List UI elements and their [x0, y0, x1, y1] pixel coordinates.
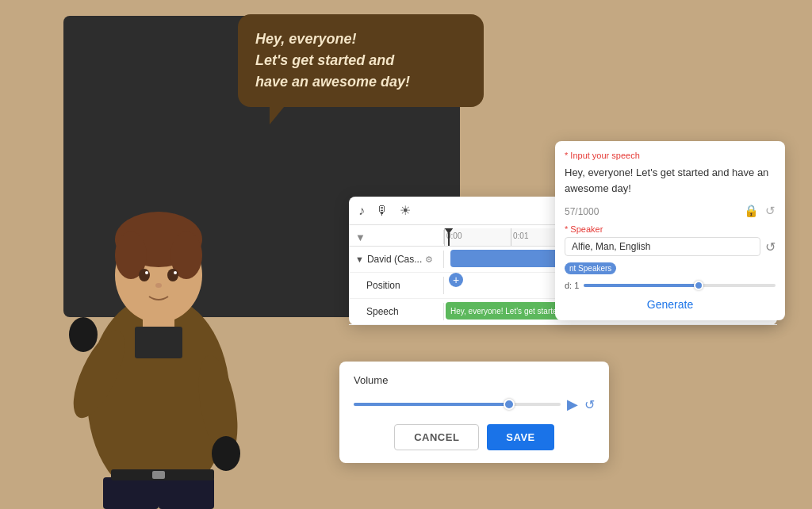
- filter-col: ▼: [349, 230, 444, 244]
- track-david-label: ▼ David (Cas... ⚙: [349, 251, 444, 268]
- svg-point-8: [145, 271, 148, 274]
- music-icon[interactable]: ♪: [358, 204, 365, 218]
- speaker-select: Alfie, Man, English ↺: [565, 237, 776, 256]
- recent-speakers-badge[interactable]: nt Speakers: [565, 262, 616, 274]
- track-position-name: Position: [355, 280, 400, 291]
- refresh-icon[interactable]: ↺: [765, 239, 776, 254]
- svg-point-7: [167, 269, 178, 281]
- speech-bubble-text: Hey, everyone! Let's get started and hav…: [255, 31, 410, 90]
- input-speech-text[interactable]: Hey, everyone! Let's get started and hav…: [565, 165, 776, 196]
- svg-point-6: [139, 269, 150, 281]
- lock-icon[interactable]: 🔒: [744, 204, 759, 218]
- playhead[interactable]: [448, 228, 450, 246]
- svg-point-10: [155, 283, 162, 288]
- track-speech-name: Speech: [355, 306, 399, 317]
- track-position-label: Position: [349, 277, 444, 294]
- brightness-icon[interactable]: ☀: [400, 203, 411, 218]
- svg-rect-11: [135, 327, 182, 358]
- svg-point-13: [69, 317, 98, 352]
- slider-row: ▶ ↺: [354, 396, 595, 413]
- speed-slider[interactable]: [584, 284, 776, 287]
- volume-title: Volume: [354, 374, 595, 386]
- speaker-section: * Speaker Alfie, Man, English ↺ nt Speak…: [565, 224, 776, 274]
- svg-rect-19: [152, 471, 165, 479]
- playhead-triangle: [444, 228, 454, 234]
- svg-point-9: [174, 271, 177, 274]
- speaker-value[interactable]: Alfie, Man, English: [565, 237, 760, 256]
- char-count: 57/1000: [565, 206, 599, 217]
- svg-rect-16: [103, 477, 159, 509]
- track-speech-label: Speech: [349, 303, 444, 320]
- cancel-button[interactable]: CANCEL: [394, 424, 479, 450]
- volume-slider-thumb: [504, 399, 515, 410]
- filter-icon[interactable]: ▼: [355, 232, 366, 243]
- ruler-mark-0: 0:00: [444, 228, 511, 246]
- speech-bubble: Hey, everyone! Let's get started and hav…: [238, 14, 484, 107]
- volume-slider[interactable]: [354, 403, 561, 406]
- track-settings-icon[interactable]: ⚙: [425, 254, 433, 265]
- position-add-button[interactable]: +: [449, 273, 463, 287]
- history-icon[interactable]: ↺: [765, 204, 776, 218]
- panel-icons: 🔒 ↺: [744, 204, 776, 218]
- speaker-label: * Speaker: [565, 224, 776, 234]
- speed-slider-fill: [584, 284, 699, 287]
- speed-row: d: 1: [565, 281, 776, 290]
- mic-icon[interactable]: 🎙: [376, 204, 389, 218]
- svg-point-15: [212, 436, 240, 471]
- save-button[interactable]: SAVE: [487, 424, 553, 450]
- character-svg: [24, 65, 293, 509]
- svg-rect-17: [159, 477, 214, 509]
- volume-slider-fill: [354, 403, 509, 406]
- generate-link[interactable]: Generate: [565, 298, 776, 311]
- volume-panel: Volume ▶ ↺ CANCEL SAVE: [339, 362, 609, 463]
- track-david-name: David (Cas...: [367, 254, 422, 265]
- input-speech-label: * Input your speech: [565, 151, 776, 160]
- speed-label: d: 1: [565, 281, 579, 290]
- play-icon[interactable]: ▶: [567, 396, 578, 413]
- loop-icon[interactable]: ↺: [584, 397, 595, 412]
- input-speech-panel: * Input your speech Hey, everyone! Let's…: [555, 141, 785, 320]
- action-buttons: CANCEL SAVE: [354, 424, 595, 450]
- expand-arrow[interactable]: ▼: [355, 254, 364, 264]
- speed-slider-thumb: [694, 281, 703, 290]
